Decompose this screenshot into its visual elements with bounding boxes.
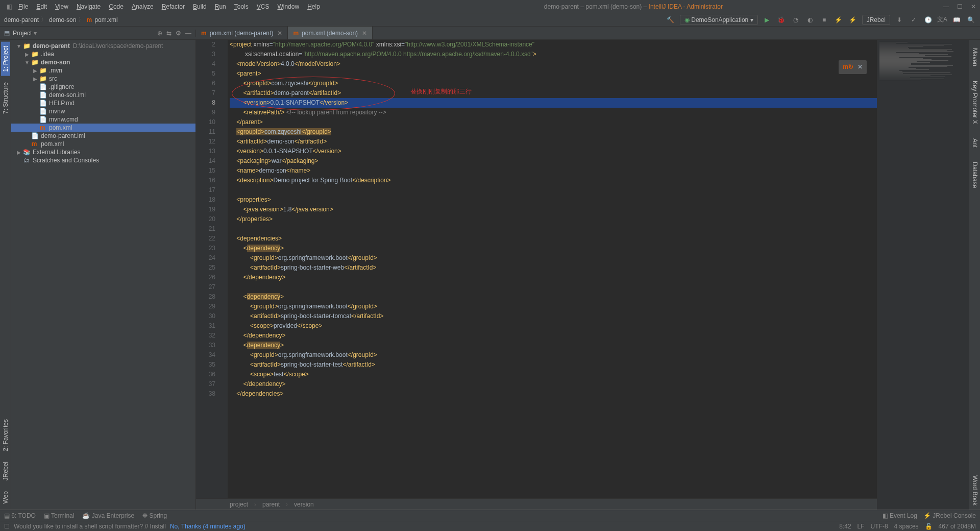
menu-edit[interactable]: Edit [32, 2, 51, 12]
editor-breadcrumb-item[interactable]: project [227, 501, 251, 508]
main-menu: FileEditViewNavigateCodeAnalyzeRefactorB… [14, 3, 324, 10]
minimize-icon[interactable]: — [943, 3, 949, 10]
menu-view[interactable]: View [51, 2, 72, 12]
tree-item[interactable]: ▶📚External Libraries [11, 148, 195, 156]
menu-window[interactable]: Window [273, 2, 303, 12]
tree-item[interactable]: 📄demo-son.iml [11, 91, 195, 99]
menu-tools[interactable]: Tools [230, 2, 253, 12]
side-tab-wordbook[interactable]: Word Book [970, 471, 979, 510]
window-controls: — ☐ ✕ [943, 3, 976, 10]
tree-item[interactable]: 📄mvnw.cmd [11, 115, 195, 124]
tree-item[interactable]: ▼📁demo-parentD:\ideaL\workspace\demo-par… [11, 42, 195, 50]
jrebel-console[interactable]: ⚡ JRebel Console [923, 512, 976, 519]
editor-breadcrumb-item[interactable]: parent [259, 501, 283, 508]
spring-tab[interactable]: ❋ Spring [142, 512, 167, 519]
side-tab-project[interactable]: 1: Project [1, 42, 10, 76]
close-icon[interactable]: ✕ [971, 3, 976, 10]
menu-build[interactable]: Build [189, 2, 211, 12]
run-icon[interactable]: ▶ [762, 15, 772, 25]
debug-icon[interactable]: 🐞 [776, 15, 787, 25]
event-log[interactable]: ◧ Event Log [883, 512, 917, 519]
run-config-select[interactable]: ◉ DemoSonApplication ▾ [680, 15, 758, 25]
search-icon[interactable]: 🔍 [966, 15, 976, 25]
editor-tab[interactable]: m pom.xml (demo-parent) ✕ [196, 27, 288, 39]
popup-close-icon[interactable]: ✕ [857, 62, 863, 72]
tree-item[interactable]: ▶📁.idea [11, 50, 195, 58]
tab-close-icon[interactable]: ✕ [362, 30, 367, 37]
jrebel-debug-icon[interactable]: ⚡ [848, 15, 858, 25]
breadcrumb-item[interactable]: m pom.xml [86, 16, 117, 23]
inspection-popup[interactable]: m↻ ✕ [839, 60, 867, 74]
settings-icon[interactable]: ⚙ [176, 30, 181, 37]
minimap[interactable] [877, 40, 969, 510]
nav-bar: demo-parent〉demo-son〉m pom.xml 🔨 ◉ DemoS… [0, 13, 980, 27]
editor-breadcrumb: project›parent›version [196, 498, 877, 510]
stop-icon[interactable]: ■ [819, 15, 829, 25]
todo-tab[interactable]: ▤ 6: TODO [4, 512, 36, 519]
app-icon: ◧ [4, 2, 14, 12]
coverage-icon[interactable]: ◔ [791, 15, 801, 25]
menu-file[interactable]: File [14, 2, 32, 12]
tree-item[interactable]: 🗂Scratches and Consoles [11, 156, 195, 164]
side-tab-favorites[interactable]: 2: Favorites [1, 415, 10, 455]
tree-item[interactable]: ▶📁src [11, 75, 195, 83]
translate-icon[interactable]: 文A [937, 15, 947, 25]
editor-tabs: m pom.xml (demo-parent) ✕m pom.xml (demo… [196, 27, 373, 39]
cursor-pos[interactable]: 8:42 [839, 523, 851, 530]
editor-tab[interactable]: m pom.xml (demo-son) ✕ [288, 27, 373, 39]
vcs-commit-icon[interactable]: ✓ [909, 15, 919, 25]
side-tab-ant[interactable]: Ant [970, 134, 979, 152]
java-ee-tab[interactable]: ☕ Java Enterprise [82, 512, 134, 519]
editor-breadcrumb-item[interactable]: version [291, 501, 317, 508]
locate-icon[interactable]: ⊕ [157, 30, 162, 37]
side-tab-database[interactable]: Database [970, 158, 979, 192]
menu-refactor[interactable]: Refactor [158, 2, 189, 12]
side-tab-structure[interactable]: 7: Structure [1, 78, 10, 118]
terminal-tab[interactable]: ▣ Terminal [44, 512, 74, 519]
build-icon[interactable]: 🔨 [666, 15, 676, 25]
tree-item[interactable]: 📄HELP.md [11, 99, 195, 107]
line-sep[interactable]: LF [857, 523, 865, 530]
hide-icon[interactable]: — [185, 30, 191, 37]
menu-analyze[interactable]: Analyze [128, 2, 158, 12]
vcs-history-icon[interactable]: 🕒 [923, 15, 933, 25]
side-tab-keypromoter[interactable]: Key Promoter X [970, 77, 979, 128]
maven-icon: m↻ [843, 62, 853, 72]
side-tab-maven[interactable]: Maven [970, 44, 979, 70]
project-dropdown-icon[interactable]: ▾ [34, 30, 37, 37]
code-area[interactable]: <project xmlns="http://maven.apache.org/… [228, 40, 877, 498]
left-tool-buttons: 1: Project 7: Structure 2: Favorites JRe… [0, 40, 11, 510]
breadcrumb-item[interactable]: demo-son [49, 16, 76, 23]
indent[interactable]: 4 spaces [894, 523, 919, 530]
profiler-icon[interactable]: ◐ [805, 15, 815, 25]
menu-code[interactable]: Code [105, 2, 128, 12]
dict-icon[interactable]: 📖 [951, 15, 962, 25]
side-tab-jrebel[interactable]: JRebel [1, 457, 10, 485]
toggle-panels-icon[interactable]: ☐ [4, 523, 10, 530]
memory[interactable]: 467 of 2048M [939, 523, 976, 530]
tab-close-icon[interactable]: ✕ [277, 30, 282, 37]
menu-vcs[interactable]: VCS [253, 2, 274, 12]
notice-action[interactable]: No, Thanks (4 minutes ago) [170, 523, 246, 530]
readonly-icon[interactable]: 🔓 [925, 523, 933, 530]
tree-item[interactable]: 📄.gitignore [11, 83, 195, 91]
tree-item[interactable]: 📄mvnw [11, 107, 195, 115]
tree-item[interactable]: mpom.xml [11, 140, 195, 148]
tree-item[interactable]: mpom.xml [11, 124, 195, 132]
jrebel-run-icon[interactable]: ⚡ [834, 15, 844, 25]
menu-run[interactable]: Run [211, 2, 230, 12]
tree-item[interactable]: ▼📁demo-son [11, 58, 195, 66]
maximize-icon[interactable]: ☐ [957, 3, 963, 10]
tree-item[interactable]: 📄demo-parent.iml [11, 132, 195, 140]
project-tree[interactable]: ▼📁demo-parentD:\ideaL\workspace\demo-par… [11, 40, 196, 510]
vcs-update-icon[interactable]: ⬇ [894, 15, 904, 25]
encoding[interactable]: UTF-8 [871, 523, 888, 530]
editor-body[interactable]: 2345678910111213141516171819202122232425… [196, 40, 877, 498]
menu-help[interactable]: Help [303, 2, 324, 12]
side-tab-web[interactable]: Web [1, 487, 10, 508]
menu-navigate[interactable]: Navigate [72, 2, 105, 12]
breadcrumb-item[interactable]: demo-parent [4, 16, 39, 23]
collapse-icon[interactable]: ⇆ [166, 30, 172, 37]
jrebel-select[interactable]: JRebel [862, 15, 890, 25]
tree-item[interactable]: ▶📁.mvn [11, 66, 195, 75]
